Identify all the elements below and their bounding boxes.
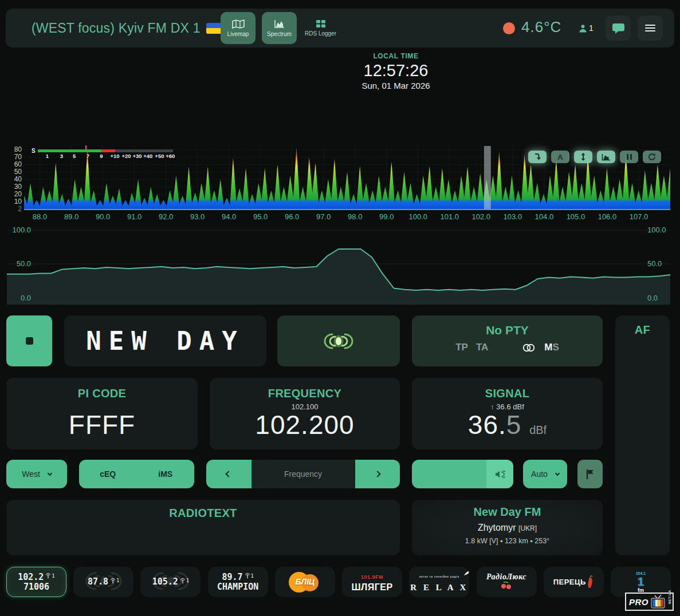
tune-up-button[interactable]	[355, 460, 400, 488]
af-panel: AF	[615, 315, 670, 555]
user-icon	[579, 24, 587, 33]
radio-lux-logo: РадіоЛюкс	[486, 572, 526, 592]
preset-6-shlyager[interactable]: 101.9FMШЛЯГЕР	[342, 567, 402, 597]
arrows-vertical-icon	[580, 152, 587, 161]
s-meter: S 13579+10+20+30+40+50+60	[38, 147, 173, 162]
frequency-panel[interactable]: FREQUENCY 102.100 102.200	[210, 378, 400, 449]
antenna-select-value: West	[22, 469, 40, 479]
perets-logo: ПЕРЕЦЬ	[553, 575, 594, 590]
fm-dx-webserver: (WEST focus) Kyiv FM DX 1 Livemap Spectr…	[0, 0, 680, 616]
scan-mode-select[interactable]: Auto	[523, 460, 567, 488]
preset-8-radio-lux[interactable]: РадіоЛюкс	[477, 567, 537, 597]
shlyager-logo: 101.9FMШЛЯГЕР	[351, 572, 392, 592]
ukraine-flag-icon	[206, 23, 222, 34]
listener-count: 1	[579, 23, 593, 33]
volume-icon	[494, 470, 505, 479]
volume-slider[interactable]	[412, 460, 513, 488]
spectrum-hold-button[interactable]	[528, 151, 547, 163]
area-chart-icon	[602, 153, 611, 161]
eq-ims-toggle: cEQ iMS	[79, 460, 194, 488]
server-selector[interactable]: (WEST focus) Kyiv FM DX 1	[32, 9, 231, 48]
menu-button[interactable]	[638, 15, 663, 41]
signal-panel: SIGNAL ↑ 36.6 dBf 36.5 dBf	[412, 378, 603, 449]
preset-9-perets[interactable]: ПЕРЕЦЬ	[544, 567, 604, 597]
pty-value: No PTY	[412, 323, 603, 337]
pi-code-label: PI CODE	[6, 387, 198, 400]
chevron-right-icon	[374, 471, 380, 477]
preset-3-105.2[interactable]: 105.21	[140, 567, 201, 597]
local-date-value: Sun, 01 Mar 2026	[321, 81, 470, 90]
local-time-label: LOCAL TIME	[321, 52, 470, 60]
chevron-down-icon	[555, 471, 560, 475]
spectrum-fill-toggle-button[interactable]	[597, 151, 615, 163]
server-title: (WEST focus) Kyiv FM DX 1	[32, 21, 201, 36]
tune-down-button[interactable]	[206, 460, 251, 488]
preset-2-87.8[interactable]: 87.81	[73, 567, 133, 597]
tp-flag: TP	[455, 342, 468, 353]
weather-status-icon	[503, 22, 515, 34]
station-name-panel: NEW DAY	[64, 315, 266, 366]
tuner-status-button[interactable]	[6, 315, 52, 366]
antenna-select[interactable]: West	[6, 460, 67, 488]
frequency-input[interactable]	[251, 460, 355, 488]
af-label: AF	[615, 323, 670, 337]
preset-7-relax[interactable]: легке та спокійне радіоR E L A X	[409, 567, 469, 597]
spectrum-vertical-zoom-button[interactable]	[574, 151, 592, 163]
preset-5-blits[interactable]: БЛІЦ	[275, 567, 335, 597]
spectrum-chart-icon	[274, 19, 285, 29]
station-country: [UKR]	[518, 524, 537, 532]
ims-button[interactable]: iMS	[137, 469, 195, 479]
local-time-block: LOCAL TIME 12:57:26 Sun, 01 Mar 2026	[321, 52, 470, 90]
scan-mode-value: Auto	[531, 469, 548, 479]
chevron-left-icon	[226, 471, 232, 477]
spectrum-button[interactable]: Spectrum	[262, 12, 297, 44]
refresh-icon	[648, 153, 656, 161]
station-details: 1.8 kW [V] ▪ 123 km ▪ 253°	[412, 537, 603, 545]
temperature-value: 4.6°C	[521, 18, 561, 36]
ta-flag: TA	[476, 342, 488, 353]
frequency-label: FREQUENCY	[210, 387, 400, 400]
spectrum-pause-button[interactable]	[620, 151, 638, 163]
chat-button[interactable]	[606, 15, 631, 41]
rds-logger-button[interactable]: RDS Logger	[303, 12, 338, 44]
local-time-value: 12:57:26	[321, 61, 470, 80]
signal-history-graph	[7, 227, 670, 305]
preset-1-102.2[interactable]: 102.2171006	[6, 567, 66, 597]
s-meter-bar	[38, 149, 173, 152]
header-bar: (WEST focus) Kyiv FM DX 1 Livemap Spectr…	[6, 9, 674, 48]
relax-logo: легке та спокійне радіоR E L A X	[410, 572, 468, 593]
chevron-down-icon	[48, 471, 52, 475]
letter-a-icon: A	[557, 153, 563, 161]
tuner-square-icon	[26, 337, 33, 345]
spectrum-refresh-button[interactable]	[643, 151, 661, 163]
preset-row: 102.217100687.81105.2189.71CHAMPIONБЛІЦ1…	[6, 567, 671, 597]
s-meter-label: S	[32, 148, 36, 154]
station-info-panel: New Day FM Zhytomyr [UKR] 1.8 kW [V] ▪ 1…	[412, 500, 603, 555]
tv-icon	[650, 594, 666, 609]
protv-net-text: NET.UA	[668, 599, 671, 604]
rds-logger-label: RDS Logger	[305, 30, 336, 37]
frequency-value: 102.200	[210, 411, 400, 439]
spectrum-toolbar: A	[528, 151, 661, 163]
report-button[interactable]	[577, 460, 603, 488]
table-icon	[316, 19, 326, 28]
hamburger-icon	[645, 23, 655, 33]
listener-count-value: 1	[589, 23, 593, 33]
pi-code-value: FFFF	[6, 411, 198, 439]
map-icon	[232, 19, 245, 29]
stereo-panel[interactable]	[277, 315, 400, 366]
preset-4-89.7[interactable]: 89.71CHAMPION	[208, 567, 268, 597]
rds-ps-value: NEW DAY	[86, 326, 244, 356]
s-meter-peak-marker	[85, 145, 87, 149]
protv-text: PRO	[629, 597, 648, 607]
ceq-button[interactable]: cEQ	[79, 469, 137, 479]
station-location: Zhytomyr [UKR]	[412, 523, 603, 533]
stereo-indicator-icon	[323, 331, 355, 352]
ms-flag: MS	[544, 342, 559, 353]
livemap-button[interactable]: Livemap	[221, 12, 256, 44]
station-name: New Day FM	[412, 506, 603, 519]
spectrum-autoscale-button[interactable]: A	[551, 151, 569, 163]
spectrum-label: Spectrum	[267, 31, 292, 37]
protv-logo: PRO NET.UA	[625, 593, 674, 611]
signal-value: 36.5 dBf	[412, 411, 603, 439]
